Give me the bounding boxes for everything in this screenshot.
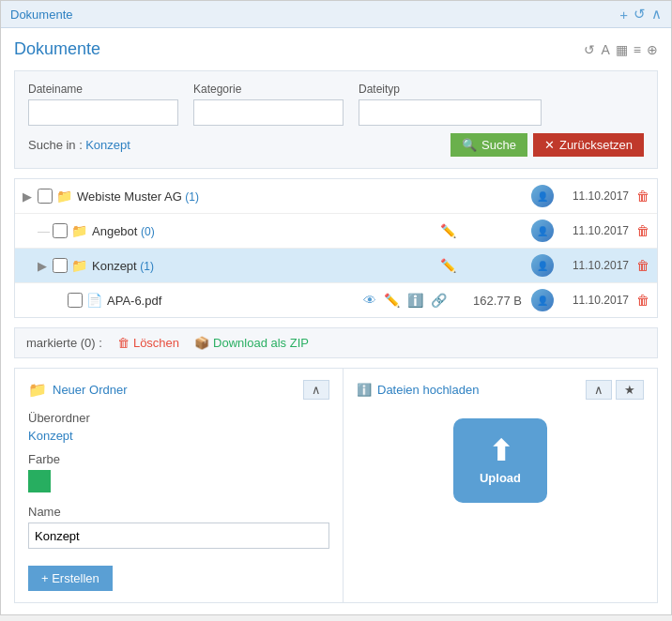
bottom-panels: 📁 Neuer Ordner ∧ Überordner Konzept Farb… [14,368,658,603]
dateiname-label: Dateiname [28,83,178,96]
suche-in: Suche in : Konzept [28,138,130,152]
row-checkbox[interactable] [38,189,53,204]
row-actions: 👁 ✏️ ℹ️ 🔗 [363,293,447,308]
table-row: — 📁 Angebot (0) ✏️ 👤 11.10.2017 🗑 [15,214,657,249]
grid-icon[interactable]: ▦ [616,42,628,57]
row-date: 11.10.2017 [554,189,629,203]
name-input[interactable] [28,523,329,549]
table-row: ▶ 📁 Webiste Muster AG (1) 👤 11.10.2017 🗑 [15,179,657,214]
section-title: Dokumente [14,39,100,59]
filter-area: Dateiname Kategorie Dateityp Suche in : … [14,70,658,169]
avatar: 👤 [531,254,554,277]
panel-title: 📁 Neuer Ordner [28,381,127,399]
kategorie-input[interactable] [193,99,344,126]
document-table: ▶ 📁 Webiste Muster AG (1) 👤 11.10.2017 🗑… [14,178,658,318]
edit-icon[interactable]: ✏️ [440,223,456,238]
main-content: Dokumente ↺ A ▦ ≡ ⊕ Dateiname Kategorie [1,28,671,614]
überordner-row: Überordner Konzept [28,411,329,443]
dateityp-field: Dateityp [359,83,542,126]
expand-icon[interactable]: — [38,224,49,238]
edit-icon[interactable]: ✏️ [384,293,400,308]
add-icon[interactable]: + [619,7,628,23]
section-header: Dokumente ↺ A ▦ ≡ ⊕ [14,39,658,59]
delete-icon[interactable]: 🗑 [636,293,649,308]
info-icon[interactable]: ℹ️ [407,293,423,308]
farbe-label: Farbe [28,452,329,466]
table-row: ▶ 📁 Konzept (1) ✏️ 👤 11.10.2017 🗑 [15,249,657,283]
panel-header: 📁 Neuer Ordner ∧ [28,380,329,400]
löschen-button[interactable]: 🗑 Löschen [117,336,179,350]
überordner-value: Konzept [28,429,329,443]
footer-label: markierte (0) : [26,336,102,350]
refresh-icon[interactable]: ↺ [634,6,646,23]
dateityp-input[interactable] [359,99,542,126]
row-name: Angebot (0) [92,224,440,238]
expand-icon[interactable]: ▶ [38,259,49,273]
dateien-hochladen-panel: ℹ️ Dateien hochladen ∧ ★ ⬆ Upload [344,369,657,602]
btn-group: 🔍 Suche ✕ Zurücksetzen [451,133,644,157]
folder-icon: 📁 [71,223,87,238]
expand-icon[interactable]: ▶ [23,189,34,204]
row-name: APA-6.pdf [107,294,363,308]
row-size: 162.77 B [456,294,522,308]
kategorie-label: Kategorie [193,83,344,96]
title-bar-label: Dokumente [10,8,72,22]
title-bar-icons: + ↺ ∧ [619,6,662,23]
row-checkbox[interactable] [53,258,68,273]
search-icon: 🔍 [462,138,477,152]
upload-button[interactable]: ⬆ Upload [453,418,547,503]
view-icon[interactable]: 👁 [363,293,376,308]
edit-icon[interactable]: ✏️ [440,258,456,273]
upload-area: ⬆ Upload [357,418,644,503]
nav-up-button[interactable]: ∧ [303,380,329,400]
link-icon[interactable]: 🔗 [431,293,447,308]
row-checkbox[interactable] [53,223,68,238]
clock-icon[interactable]: ⊕ [647,42,658,57]
trash-icon: 🗑 [117,336,130,350]
footer-bar: markierte (0) : 🗑 Löschen 📦 Download als… [14,327,658,358]
row-checkbox[interactable] [68,293,83,308]
delete-icon[interactable]: 🗑 [636,189,649,204]
row-name: Webiste Muster AG (1) [77,189,531,204]
neuer-ordner-panel: 📁 Neuer Ordner ∧ Überordner Konzept Farb… [15,369,344,602]
file-icon: 📄 [86,293,102,308]
star-button[interactable]: ★ [616,380,644,400]
row-date: 11.10.2017 [554,294,629,307]
collapse-icon[interactable]: ∧ [651,6,662,23]
name-row: Name [28,505,329,549]
row-badge: (1) [185,190,199,204]
table-row: 📄 APA-6.pdf 👁 ✏️ ℹ️ 🔗 162.77 B 👤 11.10.2… [15,283,657,317]
row-date: 11.10.2017 [554,224,629,237]
upload-info-icon: ℹ️ [357,383,372,397]
nav-up-button[interactable]: ∧ [586,380,612,400]
font-icon[interactable]: A [601,42,609,57]
section-icons: ↺ A ▦ ≡ ⊕ [584,42,658,57]
row-badge: (0) [141,225,155,238]
panel-right-title: ℹ️ Dateien hochladen [357,383,479,397]
avatar: 👤 [531,289,554,311]
download-zip-button[interactable]: 📦 Download als ZIP [194,336,309,350]
panel-nav: ∧ [303,380,329,400]
folder-icon: 📁 [56,189,72,204]
avatar: 👤 [531,220,554,242]
search-button[interactable]: 🔍 Suche [451,133,527,157]
suche-in-link[interactable]: Konzept [85,138,130,152]
erstellen-button[interactable]: + Erstellen [28,566,113,591]
delete-icon[interactable]: 🗑 [636,223,649,238]
refresh-icon[interactable]: ↺ [584,42,595,57]
x-icon: ✕ [544,138,555,152]
dateiname-field: Dateiname [28,83,178,126]
row-date: 11.10.2017 [554,259,629,272]
name-label: Name [28,505,329,519]
dateiname-input[interactable] [28,99,178,126]
avatar: 👤 [531,185,554,207]
color-box[interactable] [28,470,51,492]
main-window: Dokumente + ↺ ∧ Dokumente ↺ A ▦ ≡ ⊕ Date… [0,0,672,615]
panel-nav-right: ∧ ★ [586,380,644,400]
folder-new-icon: 📁 [28,381,47,399]
delete-icon[interactable]: 🗑 [636,258,649,273]
panel-right-header: ℹ️ Dateien hochladen ∧ ★ [357,380,644,400]
zip-icon: 📦 [194,336,209,350]
list-icon[interactable]: ≡ [634,42,641,57]
reset-button[interactable]: ✕ Zurücksetzen [533,133,644,157]
